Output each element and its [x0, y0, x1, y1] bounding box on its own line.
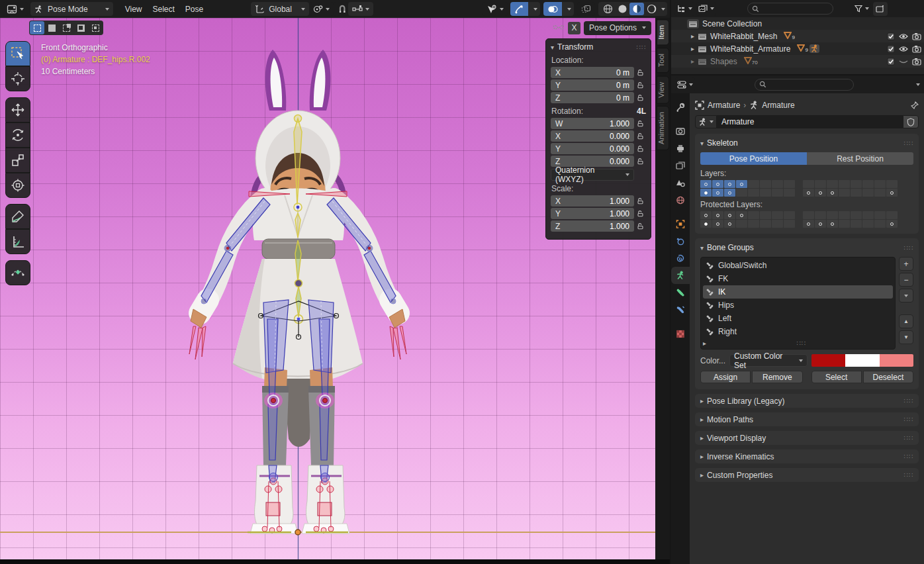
outliner-display-mode-dropdown[interactable] [674, 2, 694, 16]
armature-layer-cell[interactable] [748, 180, 759, 188]
armature-layer-cell[interactable] [803, 189, 814, 197]
lock-icon[interactable] [634, 210, 646, 217]
shading-rendered-button[interactable] [644, 3, 659, 15]
rotation-y-field[interactable]: Y0.000 [551, 143, 634, 154]
select-button[interactable]: Select [811, 371, 862, 383]
armature-layer-cell[interactable] [760, 189, 771, 197]
armature-layer-cell[interactable] [839, 189, 850, 197]
panel-expand-icon[interactable]: ▸ [700, 434, 704, 442]
panel-grip[interactable]: ∷∷ [903, 140, 913, 147]
inverse-kinematics-panel[interactable]: ▸ Inverse Kinematics ∷∷ [695, 449, 919, 463]
panel-expand-icon[interactable]: ▸ [700, 453, 704, 460]
armature-layer-cell[interactable] [712, 211, 723, 219]
lock-icon[interactable] [634, 197, 646, 205]
armature-layer-cell[interactable] [772, 189, 783, 197]
shading-solid-button[interactable] [615, 3, 629, 15]
rest-position-button[interactable]: Rest Position [807, 152, 913, 165]
armature-layer-cell[interactable] [784, 180, 795, 188]
lock-icon[interactable] [634, 132, 646, 140]
outliner-row-armature-collection[interactable]: ▸ WhiteRabbit_Armature 9 [671, 42, 924, 55]
select-mode-subtract[interactable] [73, 21, 88, 34]
select-mode-extend[interactable] [59, 21, 73, 34]
armature-layer-cell[interactable] [839, 220, 850, 228]
menu-pose[interactable]: Pose [180, 5, 208, 14]
armature-layer-cell[interactable] [784, 211, 795, 219]
panel-grip[interactable]: ∷∷ [903, 416, 913, 423]
lock-icon[interactable] [634, 222, 646, 230]
armature-layer-cell[interactable] [886, 180, 898, 188]
armature-layer-cell[interactable] [724, 189, 735, 197]
panel-expand-icon[interactable]: ▸ [700, 471, 704, 479]
panel-expand-icon[interactable]: ▾ [700, 244, 704, 252]
outliner-row-shapes-collection[interactable]: ▸ Shapes 70 [671, 55, 924, 68]
bone-group-item[interactable]: FK [703, 272, 893, 285]
panel-grip[interactable]: ∷∷ [903, 434, 913, 442]
tool-annotate[interactable] [5, 204, 30, 229]
panel-grip[interactable]: ∷∷ [903, 244, 913, 252]
tab-tool-properties[interactable] [671, 99, 690, 116]
overlays-dropdown[interactable] [562, 2, 574, 16]
armature-layer-cell[interactable] [827, 220, 838, 228]
armature-layers-grid[interactable] [700, 180, 913, 197]
snap-with-dropdown[interactable] [348, 2, 373, 16]
panel-grip[interactable]: ∷∷ [636, 44, 646, 51]
bone-group-item[interactable]: Global/Switch [703, 259, 893, 272]
pose-options-dropdown[interactable]: Pose Options [584, 21, 651, 35]
eye-closed-icon[interactable] [899, 58, 908, 65]
camera-visibility-icon[interactable] [912, 32, 921, 40]
armature-layer-cell[interactable] [748, 189, 759, 197]
motion-paths-panel[interactable]: ▸ Motion Paths ∷∷ [695, 412, 919, 426]
armature-layer-cell[interactable] [772, 220, 783, 228]
list-resize-grip[interactable]: ∷∷ [796, 340, 806, 347]
tab-viewlayer-properties[interactable] [671, 157, 690, 174]
tab-bone-constraint-properties[interactable] [671, 301, 690, 318]
new-collection-button[interactable] [873, 2, 888, 16]
armature-layer-cell[interactable] [874, 180, 886, 188]
bone-group-specials-button[interactable] [899, 289, 913, 303]
outliner-row-scene-collection[interactable]: Scene Collection [671, 17, 924, 30]
armature-layer-cell[interactable] [815, 220, 826, 228]
armature-layer-cell[interactable] [736, 180, 747, 188]
bone-group-item-selected[interactable]: IK [703, 285, 893, 299]
armature-layer-cell[interactable] [815, 189, 826, 197]
armature-layer-cell[interactable] [851, 211, 862, 219]
armature-layer-cell[interactable] [803, 180, 814, 188]
tab-render-properties[interactable] [671, 122, 690, 140]
properties-search-input[interactable] [755, 79, 854, 91]
armature-layer-cell[interactable] [886, 220, 898, 228]
armature-layer-cell[interactable] [772, 211, 783, 219]
armature-layer-cell[interactable] [827, 180, 838, 188]
xray-toggle[interactable] [577, 2, 595, 16]
armature-layer-cell[interactable] [724, 220, 735, 228]
shading-material-button[interactable] [629, 3, 644, 15]
custom-properties-panel[interactable]: ▸ Custom Properties ∷∷ [695, 468, 919, 482]
location-z-field[interactable]: Z0 m [551, 92, 634, 103]
camera-visibility-icon[interactable] [912, 45, 921, 53]
armature-layer-cell[interactable] [700, 180, 712, 188]
armature-layer-cell[interactable] [736, 211, 747, 219]
armature-layer-cell[interactable] [700, 220, 712, 228]
armature-layer-cell[interactable] [862, 189, 874, 197]
scale-x-field[interactable]: X1.000 [551, 195, 634, 207]
tab-tool[interactable]: Tool [657, 48, 669, 73]
checkbox-icon[interactable] [887, 32, 895, 40]
remove-button[interactable]: Remove [752, 371, 802, 383]
pin-icon[interactable] [911, 101, 919, 109]
armature-layer-cell[interactable] [712, 189, 723, 197]
rotation-x-field[interactable]: X0.000 [551, 130, 634, 142]
tab-object-constraint-properties[interactable] [671, 250, 690, 267]
armature-layer-cell[interactable] [772, 180, 783, 188]
checkbox-icon[interactable] [887, 45, 895, 53]
armature-layer-cell[interactable] [760, 180, 771, 188]
armature-layer-cell[interactable] [724, 180, 735, 188]
armature-layer-cell[interactable] [712, 180, 723, 188]
list-filter-expand-icon[interactable]: ▸ [703, 340, 706, 347]
rotation-mode-dropdown[interactable]: Quaternion (WXYZ) [551, 169, 634, 181]
tab-physics-properties[interactable] [671, 232, 690, 250]
lock-icon[interactable] [634, 81, 646, 89]
location-x-field[interactable]: X0 m [551, 67, 634, 78]
panel-grip[interactable]: ∷∷ [903, 453, 913, 460]
panel-expand-icon[interactable]: ▸ [700, 416, 704, 423]
panel-expand-icon[interactable]: ▸ [700, 397, 704, 404]
properties-options-dropdown[interactable] [916, 83, 920, 86]
